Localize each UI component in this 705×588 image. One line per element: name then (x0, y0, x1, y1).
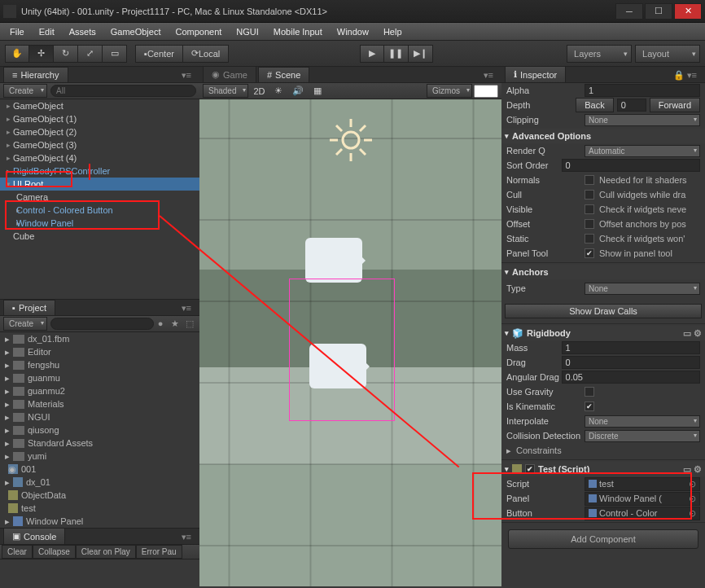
project-item[interactable]: ▸Standard Assets (0, 437, 199, 450)
menu-ngui[interactable]: NGUI (230, 24, 265, 39)
menu-component[interactable]: Component (169, 24, 228, 39)
sortorder-field[interactable] (562, 159, 700, 172)
drag-field[interactable] (562, 356, 700, 369)
project-item[interactable]: ObjectData (0, 489, 199, 502)
alpha-field[interactable] (585, 84, 700, 97)
project-item[interactable]: ◉001 (0, 463, 199, 476)
project-item[interactable]: ▸qiusong (0, 423, 199, 437)
hierarchy-item-uiroot[interactable]: ▾UI Root (0, 178, 199, 191)
clipping-dropdown[interactable]: None (585, 114, 700, 126)
tool-scale[interactable]: ⤢ (78, 45, 103, 63)
anchors-header[interactable]: ▾Anchors (501, 265, 705, 279)
menu-gameobject[interactable]: GameObject (104, 24, 168, 39)
layers-dropdown[interactable]: Layers (567, 45, 632, 63)
tool-move[interactable]: ✢ (29, 45, 54, 63)
audio-icon[interactable]: 🔊 (289, 86, 307, 96)
pivot-local[interactable]: ⟳ Local (183, 45, 229, 63)
project-item[interactable]: test (0, 502, 199, 515)
filter-icon[interactable]: ● (154, 318, 167, 329)
console-tab-menu[interactable]: ▾≡ (177, 530, 196, 544)
help-icon[interactable]: ▭ (683, 328, 691, 339)
hierarchy-create[interactable]: Create (3, 84, 47, 98)
help-icon[interactable]: ▭ (683, 464, 691, 475)
depth-forward[interactable]: Forward (650, 98, 700, 112)
project-create[interactable]: Create (3, 317, 47, 331)
close-button[interactable]: ✕ (674, 3, 702, 20)
tab-project[interactable]: ▪ Project (3, 300, 55, 315)
project-item[interactable]: ▸Editor (0, 345, 199, 358)
project-item[interactable]: ▸guanmu2 (0, 384, 199, 397)
project-item[interactable]: ▸yumi (0, 450, 199, 463)
gear-icon[interactable]: ⚙ (694, 328, 702, 339)
tab-game[interactable]: ◉ Game (203, 66, 256, 82)
menu-mobileinput[interactable]: Mobile Input (267, 24, 329, 39)
usegrav-check[interactable] (585, 387, 594, 397)
testscript-header[interactable]: ▾ Test (Script)▭⚙ (501, 462, 705, 476)
hierarchy-item[interactable]: ▸GameObject (4) (0, 151, 199, 165)
tool-hand[interactable]: ✋ (5, 45, 29, 63)
console-clearplay[interactable]: Clear on Play (76, 545, 136, 559)
console-errorpause[interactable]: Error Pau (136, 545, 182, 559)
hierarchy-item[interactable]: Camera (0, 191, 199, 204)
tab-console[interactable]: ▣ Console (3, 528, 65, 544)
hierarchy-item[interactable]: ▸GameObject (3) (0, 138, 199, 151)
tab-scene[interactable]: # Scene (258, 67, 309, 82)
hierarchy-search[interactable] (50, 85, 196, 97)
hierarchy-item[interactable]: ▸RigidBodyFPSController (0, 165, 199, 178)
project-tab-menu[interactable]: ▾≡ (177, 301, 196, 315)
cull-check[interactable] (585, 190, 594, 200)
menu-help[interactable]: Help (377, 24, 409, 39)
fav-icon[interactable]: ★ (169, 318, 182, 329)
button-field[interactable]: Control - Color⊙ (585, 507, 700, 520)
visible-check[interactable] (585, 204, 594, 214)
interp-dropdown[interactable]: None (585, 415, 700, 428)
constraints-foldout[interactable]: Constraints (516, 445, 562, 455)
panel-field[interactable]: Window Panel (⊙ (585, 492, 700, 506)
console-clear[interactable]: Clear (2, 545, 33, 559)
pivot-center[interactable]: ▪ Center (135, 45, 183, 63)
play-button[interactable]: ▶ (360, 45, 384, 63)
maximize-button[interactable]: ☐ (645, 3, 672, 20)
draw-mode[interactable]: Shaded (203, 84, 248, 98)
hierarchy-tab-menu[interactable]: ▾≡ (177, 68, 196, 82)
coldet-dropdown[interactable]: Discrete (585, 430, 700, 442)
menu-file[interactable]: File (3, 24, 31, 39)
hierarchy-item[interactable]: ▸GameObject (0, 99, 199, 112)
fx-icon[interactable]: ▦ (309, 86, 326, 96)
menu-edit[interactable]: Edit (33, 24, 61, 39)
tab-inspector[interactable]: ℹ Inspector (505, 66, 566, 82)
paneltool-check[interactable] (585, 248, 594, 258)
console-collapse[interactable]: Collapse (33, 545, 76, 559)
pause-button[interactable]: ❚❚ (384, 45, 409, 63)
hierarchy-item-colbtn[interactable]: ▸Control - Colored Button (0, 204, 199, 217)
advanced-header[interactable]: ▾Advanced Options (501, 129, 705, 143)
gizmos-dropdown[interactable]: Gizmos (427, 84, 472, 98)
hierarchy-tree[interactable]: ▸GameObject ▸GameObject (1) ▸GameObject … (0, 99, 199, 299)
mass-field[interactable] (562, 341, 700, 354)
anchortype-dropdown[interactable]: None (585, 283, 700, 295)
gear-icon[interactable]: ⚙ (694, 464, 702, 475)
save-icon[interactable]: ⬚ (183, 318, 196, 329)
inspector-tab-menu[interactable]: 🔒 ▾≡ (668, 68, 702, 82)
project-list[interactable]: ▸dx_01.fbm ▸Editor ▸fengshu ▸guanmu ▸gua… (0, 332, 199, 528)
hierarchy-item-winpanel[interactable]: ▸Window Panel (0, 217, 199, 230)
scene-view[interactable] (199, 99, 501, 586)
add-component-button[interactable]: Add Component (508, 529, 698, 549)
renderq-dropdown[interactable]: Automatic (585, 145, 700, 157)
angdrag-field[interactable] (562, 371, 700, 384)
menu-assets[interactable]: Assets (63, 24, 103, 39)
offset-check[interactable] (585, 219, 594, 229)
project-item[interactable]: ▸dx_01.fbm (0, 332, 199, 345)
iskin-check[interactable] (585, 402, 594, 411)
hierarchy-item[interactable]: ▸GameObject (2) (0, 125, 199, 138)
hierarchy-item[interactable]: Cube (0, 230, 199, 243)
project-search[interactable] (50, 318, 154, 330)
tool-rect[interactable]: ▭ (103, 45, 127, 63)
project-item[interactable]: ▸Window Panel (0, 515, 199, 528)
mode-2d[interactable]: 2D (250, 86, 268, 96)
tab-hierarchy[interactable]: ≡ Hierarchy (3, 67, 68, 82)
rigidbody-header[interactable]: ▾🧊 Rigidbody▭⚙ (501, 326, 705, 340)
project-item[interactable]: ▸guanmu (0, 371, 199, 384)
show-drawcalls[interactable]: Show Draw Calls (505, 304, 702, 318)
project-item[interactable]: ▸dx_01 (0, 476, 199, 489)
